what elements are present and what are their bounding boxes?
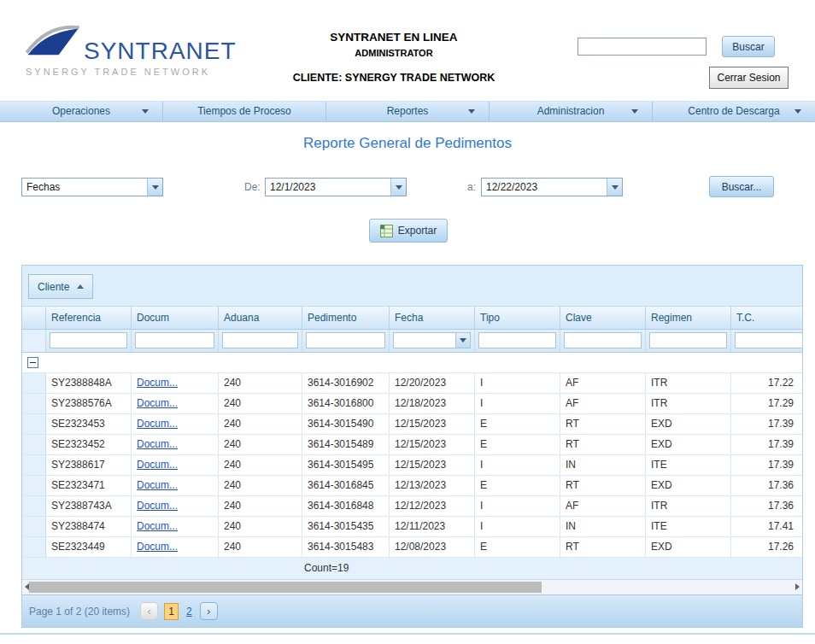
cell-tc: 17.29 [731, 394, 802, 413]
page-2-link[interactable]: 2 [185, 606, 194, 618]
menu-item-operaciones[interactable]: Operaciones [0, 102, 163, 121]
cell-tipo: I [475, 394, 560, 413]
column-header-tc[interactable]: T.C. [731, 307, 802, 329]
cell-tc: 17.22 [731, 373, 802, 393]
menu-item-administracion[interactable]: Administracion [490, 102, 653, 121]
grid-rows: SY2388848A Docum... 240 3614-3016902 12/… [22, 373, 802, 558]
scrollbar-thumb[interactable] [29, 582, 542, 593]
grid-scroll-area: Referencia Docum Aduana Pedimento Fecha … [22, 307, 802, 580]
cell-referencia: SY2388617 [46, 455, 132, 475]
row-indicator [22, 476, 46, 495]
cell-tc: 17.41 [731, 517, 802, 536]
cell-docum: Docum... [132, 435, 219, 454]
report-search-button[interactable]: Buscar... [709, 176, 774, 197]
filter-input-referencia[interactable] [50, 332, 127, 348]
menu-item-tiempos-de-proceso[interactable]: Tiempos de Proceso [163, 102, 326, 121]
cell-tipo: E [475, 476, 560, 495]
docum-link[interactable]: Docum... [137, 418, 178, 430]
export-button[interactable]: Exportar [369, 219, 448, 243]
filter-input-clave[interactable] [564, 332, 642, 348]
dropdown-arrow-icon[interactable] [607, 179, 622, 196]
cell-docum: Docum... [132, 496, 219, 516]
column-header-tipo[interactable]: Tipo [475, 307, 560, 329]
column-header-aduana[interactable]: Aduana [219, 307, 302, 329]
search-input[interactable] [578, 38, 707, 56]
table-row: SE2323449 Docum... 240 3614-3015483 12/0… [22, 537, 802, 558]
date-to-value: 12/22/2023 [482, 179, 607, 196]
docum-link[interactable]: Docum... [137, 397, 178, 409]
dropdown-arrow-icon[interactable] [390, 179, 406, 196]
cell-fecha: 12/11/2023 [390, 517, 475, 536]
cell-tipo: I [475, 496, 560, 516]
collapse-group-button[interactable] [27, 357, 38, 368]
horizontal-scrollbar[interactable] [22, 580, 802, 594]
column-header-regimen[interactable]: Regimen [646, 307, 731, 329]
docum-link[interactable]: Docum... [137, 479, 178, 491]
pager: Page 1 of 2 (20 items) ‹ 1 2 › [22, 594, 802, 627]
filter-field-select[interactable]: Fechas [21, 178, 163, 196]
cell-tipo: E [475, 537, 560, 557]
minus-icon [30, 362, 36, 363]
page-1-current[interactable]: 1 [164, 603, 179, 620]
cell-fecha: 12/18/2023 [390, 394, 475, 413]
cell-referencia: SY2388576A [46, 394, 132, 413]
row-indicator [22, 435, 46, 454]
filter-row [22, 330, 802, 353]
filter-input-tc[interactable] [735, 332, 802, 348]
column-header-referencia[interactable]: Referencia [46, 307, 132, 329]
filter-field-value: Fechas [22, 179, 147, 196]
filter-input-tipo[interactable] [478, 332, 556, 348]
row-indicator [22, 373, 46, 393]
column-header-docum[interactable]: Docum [132, 307, 219, 329]
group-by-chip-cliente[interactable]: Cliente [28, 274, 93, 299]
docum-link[interactable]: Docum... [137, 377, 178, 389]
docum-link[interactable]: Docum... [137, 459, 178, 471]
filter-input-fecha[interactable] [393, 332, 456, 348]
menu-item-reportes[interactable]: Reportes [326, 102, 490, 121]
cell-docum: Docum... [132, 455, 219, 475]
cell-aduana: 240 [219, 414, 302, 434]
cell-pedimento: 3614-3015490 [302, 414, 390, 434]
prev-icon: ‹ [147, 605, 150, 618]
search-button[interactable]: Buscar [722, 36, 775, 57]
table-row: SY2388576A Docum... 240 3614-3016800 12/… [22, 394, 802, 414]
docum-link[interactable]: Docum... [137, 541, 178, 553]
date-to-select[interactable]: 12/22/2023 [481, 178, 623, 196]
column-header-fecha[interactable]: Fecha [390, 307, 475, 329]
filter-input-regimen[interactable] [649, 332, 727, 348]
cell-aduana: 240 [219, 496, 302, 516]
next-page-button[interactable]: › [200, 602, 218, 620]
table-row: SY2388617 Docum... 240 3614-3015495 12/1… [22, 455, 802, 476]
cell-clave: RT [560, 414, 646, 434]
table-row: SE2323471 Docum... 240 3614-3016845 12/1… [22, 476, 802, 496]
logout-button[interactable]: Cerrar Sesion [709, 67, 789, 89]
docum-link[interactable]: Docum... [137, 500, 178, 512]
menu-item-centro-de-descarga[interactable]: Centro de Descarga [653, 102, 815, 121]
cell-tc: 17.36 [731, 476, 802, 495]
cell-pedimento: 3614-3015435 [302, 517, 390, 536]
cell-regimen: ITR [646, 496, 731, 516]
date-from-select[interactable]: 12/1/2023 [265, 178, 407, 196]
docum-link[interactable]: Docum... [137, 520, 178, 532]
filter-fecha-dropdown-icon[interactable] [456, 332, 471, 348]
chevron-down-icon [794, 109, 801, 114]
dropdown-arrow-icon[interactable] [147, 179, 162, 196]
cell-tc: 17.26 [731, 537, 802, 557]
scroll-right-icon[interactable] [795, 583, 800, 590]
group-row [22, 353, 802, 373]
cell-clave: RT [560, 476, 646, 495]
filter-input-pedimento[interactable] [306, 332, 385, 348]
client-label: CLIENTE: [293, 72, 343, 84]
filter-input-aduana[interactable] [222, 332, 298, 348]
group-by-panel: Cliente [22, 266, 802, 307]
export-label: Exportar [398, 225, 437, 237]
cell-fecha: 12/15/2023 [390, 455, 475, 475]
client-name: SYNERGY TRADE NETWORK [345, 72, 495, 84]
cell-aduana: 240 [219, 373, 302, 393]
prev-page-button[interactable]: ‹ [140, 602, 158, 620]
column-header-clave[interactable]: Clave [560, 307, 646, 329]
filter-input-docum[interactable] [135, 332, 214, 348]
row-indicator [22, 517, 46, 536]
docum-link[interactable]: Docum... [137, 438, 178, 450]
column-header-pedimento[interactable]: Pedimento [302, 307, 390, 329]
